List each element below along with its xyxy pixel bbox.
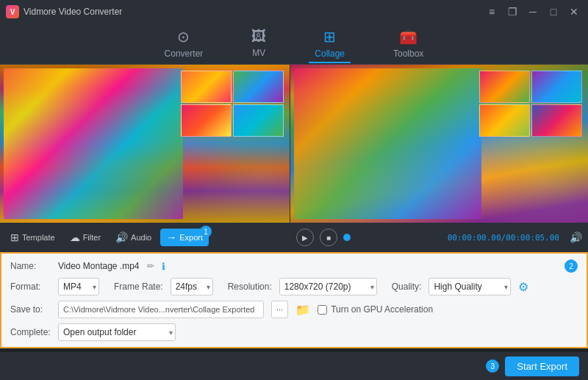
collage-label: Collage [315, 49, 345, 59]
export-button[interactable]: → Export 1 [160, 229, 209, 246]
left-thumb-grid [181, 71, 284, 137]
filter-icon: ☁ [70, 232, 80, 243]
right-panel: ▶ ■ 00:00:00.00/00:00:05.00 🔊 [290, 65, 588, 252]
right-preview [290, 65, 588, 223]
stop-button[interactable]: ■ [320, 229, 337, 246]
complete-row: Complete: Open output folder Do nothing … [10, 323, 578, 341]
volume-icon[interactable]: 🔊 [570, 232, 582, 243]
toolbox-icon: 🧰 [399, 28, 417, 46]
time-display: 00:00:00.00/00:00:05.00 [448, 233, 559, 243]
tab-converter[interactable]: ⊙ Converter [159, 25, 209, 63]
right-thumb-4 [531, 104, 582, 137]
template-button[interactable]: ⊞ Template [4, 229, 61, 246]
right-controls-bar: ▶ ■ 00:00:00.00/00:00:05.00 🔊 [290, 223, 588, 252]
filter-button[interactable]: ☁ Filter [64, 229, 107, 246]
complete-select[interactable]: Open output folder Do nothing Shut down [58, 323, 176, 341]
close-button[interactable]: ✕ [566, 4, 582, 20]
info-icon[interactable]: ℹ [162, 261, 165, 272]
complete-label: Complete: [10, 327, 51, 337]
format-select[interactable]: MP4 MOV AVI [58, 278, 99, 295]
progress-indicator [343, 234, 351, 241]
converter-label: Converter [165, 49, 204, 59]
save-path-display: C:\Vidmore\Vidmore Video...nverter\Colla… [58, 301, 264, 318]
browse-dots-button[interactable]: ··· [271, 301, 288, 318]
app-title: Vidmore Video Converter [24, 7, 484, 17]
converter-icon: ⊙ [177, 28, 190, 46]
right-scene-main [294, 68, 481, 219]
template-label: Template [22, 233, 55, 242]
framerate-select[interactable]: 24fps 30fps 60fps [171, 278, 213, 295]
collage-icon: ⊞ [323, 28, 336, 46]
resolution-label: Resolution: [228, 282, 272, 292]
format-row: Format: MP4 MOV AVI Frame Rate: 24fps 30… [10, 278, 578, 295]
thumb-4 [233, 104, 284, 137]
left-controls-bar: ⊞ Template ☁ Filter 🔊 Audio → Export 1 [0, 223, 290, 252]
bottom-bar: 3 Start Export [0, 352, 588, 380]
name-row: Name: Video Montage .mp4 ✏ ℹ 2 [10, 259, 578, 273]
step-badge-3: 3 [486, 359, 499, 373]
app-icon: V [6, 5, 19, 18]
resize-button[interactable]: ❐ [504, 4, 520, 20]
tab-mv[interactable]: 🖼 MV [245, 25, 272, 62]
start-export-button[interactable]: Start Export [505, 356, 579, 376]
framerate-label: Frame Rate: [114, 282, 163, 292]
saveto-label: Save to: [10, 304, 51, 315]
title-bar: V Vidmore Video Converter ≡ ❐ ─ □ ✕ [0, 0, 588, 24]
export-icon: → [166, 232, 176, 243]
audio-button[interactable]: 🔊 Audio [110, 229, 157, 246]
framerate-select-wrapper: 24fps 30fps 60fps [171, 278, 213, 295]
quality-label: Quality: [392, 282, 422, 292]
right-thumb-grid [479, 71, 582, 137]
gpu-acceleration-label[interactable]: Turn on GPU Acceleration [318, 304, 433, 315]
folder-button[interactable]: 📁 [295, 303, 310, 317]
format-label: Format: [10, 282, 51, 292]
edit-icon[interactable]: ✏ [147, 261, 154, 271]
name-label: Name: [10, 261, 51, 271]
menu-button[interactable]: ≡ [484, 4, 500, 20]
gpu-acceleration-checkbox[interactable] [318, 305, 327, 315]
tab-toolbox[interactable]: 🧰 Toolbox [387, 25, 429, 63]
quality-gear-button[interactable]: ⚙ [518, 280, 528, 294]
thumb-1 [181, 71, 232, 103]
quality-select[interactable]: High Quality Medium Quality Low Quality [429, 278, 511, 295]
left-panel: ⊞ Template ☁ Filter 🔊 Audio → Export 1 [0, 65, 290, 252]
saveto-row: Save to: C:\Vidmore\Vidmore Video...nver… [10, 301, 578, 318]
audio-icon: 🔊 [115, 232, 128, 243]
gpu-label-text: Turn on GPU Acceleration [331, 304, 433, 315]
left-scene-main [4, 68, 183, 219]
window-controls: ≡ ❐ ─ □ ✕ [484, 4, 582, 20]
toolbox-label: Toolbox [393, 49, 423, 59]
filter-label: Filter [83, 233, 101, 242]
left-preview [0, 65, 290, 223]
quality-select-wrapper: High Quality Medium Quality Low Quality [429, 278, 511, 295]
right-thumb-3 [479, 104, 530, 137]
settings-panel: Name: Video Montage .mp4 ✏ ℹ 2 Format: M… [0, 252, 588, 348]
maximize-button[interactable]: □ [545, 4, 562, 20]
nav-bar: ⊙ Converter 🖼 MV ⊞ Collage 🧰 Toolbox [0, 24, 588, 65]
step-badge-2: 2 [564, 259, 578, 273]
mv-icon: 🖼 [251, 28, 266, 45]
thumb-3 [181, 104, 232, 137]
play-button[interactable]: ▶ [296, 229, 314, 246]
export-badge: 1 [200, 226, 212, 237]
complete-select-wrapper: Open output folder Do nothing Shut down [58, 323, 176, 341]
main-content: ⊞ Template ☁ Filter 🔊 Audio → Export 1 [0, 65, 588, 252]
name-value: Video Montage .mp4 [58, 261, 140, 271]
tab-collage[interactable]: ⊞ Collage [309, 25, 351, 63]
resolution-select-wrapper: 1280x720 (720p) 1920x1080 (1080p) 3840x2… [279, 278, 377, 295]
mv-label: MV [252, 48, 265, 58]
minimize-button[interactable]: ─ [525, 4, 541, 20]
format-select-wrapper: MP4 MOV AVI [58, 278, 99, 295]
template-icon: ⊞ [10, 232, 19, 243]
thumb-2 [233, 71, 284, 103]
export-label: Export [179, 233, 203, 242]
right-thumb-2 [531, 71, 582, 103]
right-thumb-1 [479, 71, 530, 103]
audio-label: Audio [131, 233, 151, 242]
resolution-select[interactable]: 1280x720 (720p) 1920x1080 (1080p) 3840x2… [279, 278, 377, 295]
